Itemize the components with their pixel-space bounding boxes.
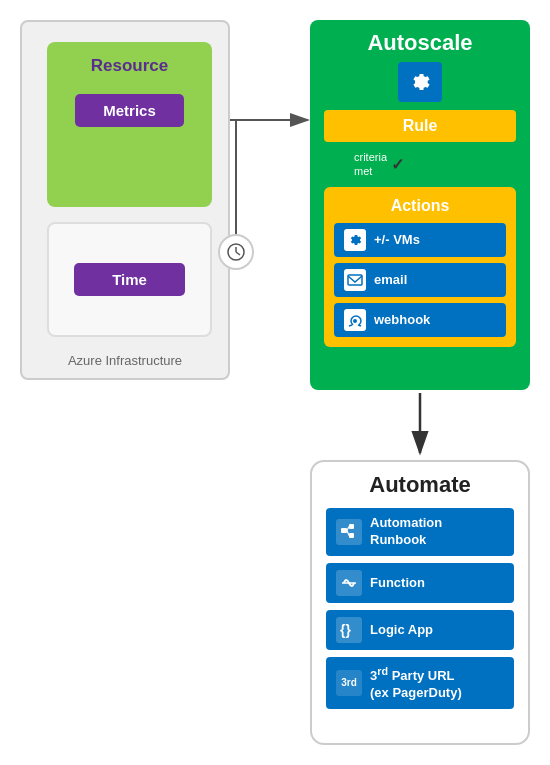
svg-line-8 [236,252,240,255]
automate-3rd-party[interactable]: 3rd 3rd Party URL(ex PagerDuty) [326,657,514,709]
automate-runbook[interactable]: AutomationRunbook [326,508,514,556]
automate-logic-app[interactable]: {} Logic App [326,610,514,650]
action-email[interactable]: email [334,263,506,297]
autoscale-title: Autoscale [367,30,472,56]
logic-app-icon: {} [336,617,362,643]
time-box: Time [47,222,212,337]
automate-box: Automate AutomationRunbook [310,460,530,745]
svg-text:{}: {} [340,622,351,638]
checkmark-icon: ✓ [391,155,404,174]
metrics-button[interactable]: Metrics [75,94,184,127]
actions-title: Actions [334,197,506,215]
runbook-icon [336,519,362,545]
webhook-icon [344,309,366,331]
3rd-party-label: 3rd Party URL(ex PagerDuty) [370,664,462,702]
webhook-label: webhook [374,312,430,327]
vms-label: +/- VMs [374,232,420,247]
time-button[interactable]: Time [74,263,185,296]
criteria-met-label: criteriamet ✓ [324,150,404,179]
logic-app-label: Logic App [370,622,433,637]
autoscale-gear-icon [398,62,442,102]
diagram-container: Resource Metrics Time Azure Infrastructu… [0,0,550,765]
azure-infra-label: Azure Infrastructure [22,353,228,368]
autoscale-box: Autoscale Rule criteriamet ✓ Actions [310,20,530,390]
svg-line-15 [347,526,349,530]
svg-rect-14 [349,533,354,538]
action-webhook[interactable]: webhook [334,303,506,337]
rule-bar[interactable]: Rule [324,110,516,142]
function-label: Function [370,575,425,590]
criteria-text: criteriamet [354,150,387,179]
3rd-party-icon: 3rd [336,670,362,696]
gear-vm-icon [344,229,366,251]
svg-rect-12 [341,528,347,533]
function-icon [336,570,362,596]
runbook-label: AutomationRunbook [370,515,442,549]
svg-rect-10 [348,275,362,285]
email-label: email [374,272,407,287]
automate-function[interactable]: Function [326,563,514,603]
action-vms[interactable]: +/- VMs [334,223,506,257]
resource-box: Resource Metrics [47,42,212,207]
actions-box: Actions +/- VMs e [324,187,516,347]
clock-icon [218,234,254,270]
resource-title: Resource [91,56,168,76]
email-icon [344,269,366,291]
svg-rect-13 [349,524,354,529]
svg-point-11 [353,319,357,323]
automate-title: Automate [369,472,470,498]
svg-line-16 [347,530,349,535]
azure-infra-box: Resource Metrics Time Azure Infrastructu… [20,20,230,380]
